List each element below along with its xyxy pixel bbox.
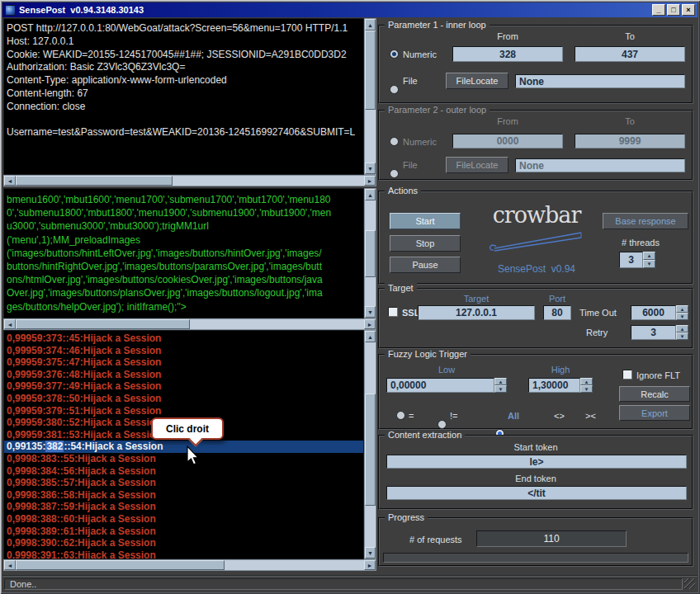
- threads-value[interactable]: 3: [619, 252, 643, 268]
- spin-down-button[interactable]: ▼: [676, 332, 688, 340]
- results-pane[interactable]: 0,99959:373::45:Hijack a Session0,99959:…: [3, 330, 364, 559]
- close-button[interactable]: ×: [682, 4, 695, 16]
- spin-down-button[interactable]: ▼: [580, 385, 593, 393]
- retry-spinner[interactable]: 3 ▲ ▼: [631, 325, 688, 340]
- request-hscrollbar[interactable]: ◄ ►: [3, 175, 376, 186]
- spin-down-button[interactable]: ▼: [494, 385, 507, 393]
- param2-filelocate-button[interactable]: FileLocate: [446, 157, 508, 173]
- scroll-left-button[interactable]: ◄: [4, 319, 16, 329]
- result-row[interactable]: 0,99959:376::48:Hijack a Session: [4, 369, 363, 381]
- results-vscrollbar[interactable]: ▲ ▼: [364, 330, 376, 559]
- scroll-down-button[interactable]: ▼: [365, 163, 376, 174]
- results-hscrollbar[interactable]: ◄ ►: [3, 559, 376, 571]
- param2-file-input[interactable]: None: [515, 158, 685, 172]
- result-row-selected[interactable]: 0,99135:382::54:Hijack a Session: [4, 441, 363, 453]
- title-bar[interactable]: SensePost v0.94.3148.30143 _ □ ×: [2, 2, 698, 17]
- param1-file-input[interactable]: None: [515, 74, 685, 88]
- recalc-button[interactable]: Recalc: [619, 386, 690, 402]
- spin-down-button[interactable]: ▼: [643, 260, 655, 268]
- pause-button[interactable]: Pause: [390, 257, 461, 273]
- start-token-input[interactable]: le>: [386, 455, 687, 469]
- spin-up-button[interactable]: ▲: [494, 378, 507, 385]
- result-row[interactable]: 0,99959:374::46:Hijack a Session: [4, 345, 363, 357]
- scroll-track[interactable]: [365, 200, 376, 306]
- resize-grip-icon[interactable]: [684, 578, 695, 589]
- high-value[interactable]: 1,30000: [528, 378, 580, 393]
- scroll-track[interactable]: [16, 319, 364, 329]
- stop-button[interactable]: Stop: [390, 235, 461, 252]
- param1-filelocate-button[interactable]: FileLocate: [446, 73, 508, 89]
- scroll-thumb[interactable]: [365, 394, 376, 506]
- op-notequal-radio[interactable]: [438, 420, 447, 429]
- threads-spinner[interactable]: 3 ▲ ▼: [619, 252, 655, 268]
- scroll-thumb[interactable]: [16, 319, 190, 329]
- scroll-up-button[interactable]: ▲: [365, 331, 376, 342]
- end-token-input[interactable]: </tit: [386, 486, 687, 500]
- scroll-track[interactable]: [365, 31, 376, 163]
- request-vscrollbar[interactable]: ▲ ▼: [364, 18, 376, 175]
- scroll-thumb[interactable]: [16, 176, 173, 186]
- minimize-button[interactable]: _: [652, 4, 665, 16]
- result-row[interactable]: 0,9998:387::59:Hijack a Session: [4, 501, 363, 513]
- ssl-checkbox[interactable]: [388, 307, 398, 317]
- result-row[interactable]: 0,99959:377::49:Hijack a Session: [4, 380, 363, 393]
- ignore-flt-checkbox[interactable]: [622, 370, 632, 380]
- response-vscrollbar[interactable]: ▲ ▼: [364, 188, 376, 318]
- maximize-button[interactable]: □: [667, 4, 680, 16]
- timeout-value[interactable]: 6000: [631, 305, 676, 320]
- result-row[interactable]: 0,99959:378::50:Hijack a Session: [4, 393, 363, 405]
- param2-from-input[interactable]: 0000: [452, 134, 563, 148]
- result-row[interactable]: 0,9998:390::62:Hijack a Session: [4, 537, 363, 549]
- param1-to-input[interactable]: 437: [575, 46, 685, 62]
- retry-value[interactable]: 3: [631, 325, 676, 340]
- scroll-left-button[interactable]: ◄: [4, 176, 16, 186]
- param1-numeric-radio[interactable]: [390, 50, 399, 59]
- scroll-thumb[interactable]: [365, 31, 376, 110]
- high-spinner[interactable]: 1,30000 ▲ ▼: [528, 378, 593, 393]
- spin-up-button[interactable]: ▲: [676, 325, 688, 332]
- response-hscrollbar[interactable]: ◄ ►: [3, 318, 376, 330]
- result-row[interactable]: 0,9998:383::55:Hijack a Session: [4, 453, 363, 465]
- scroll-track[interactable]: [16, 176, 364, 186]
- result-row[interactable]: 0,99959:375::47:Hijack a Session: [4, 356, 363, 369]
- scroll-up-button[interactable]: ▲: [365, 189, 376, 200]
- spin-up-button[interactable]: ▲: [676, 305, 688, 313]
- result-row[interactable]: 0,9998:391::63:Hijack a Session: [4, 549, 363, 559]
- param1-file-radio[interactable]: [390, 85, 399, 94]
- result-row[interactable]: 0,99959:379::51:Hijack a Session: [4, 405, 363, 417]
- spin-down-button[interactable]: ▼: [676, 313, 688, 320]
- target-input[interactable]: 127.0.0.1: [418, 305, 535, 320]
- scroll-left-button[interactable]: ◄: [4, 560, 16, 570]
- result-row[interactable]: 0,9998:385::57:Hijack a Session: [4, 477, 363, 489]
- port-input[interactable]: 80: [543, 305, 571, 320]
- low-value[interactable]: 0,00000: [386, 378, 494, 393]
- scroll-track[interactable]: [16, 560, 364, 570]
- base-response-button[interactable]: Base response: [603, 213, 688, 229]
- op-equal-radio[interactable]: [396, 411, 405, 420]
- scroll-thumb[interactable]: [365, 230, 376, 278]
- scroll-up-button[interactable]: ▲: [365, 19, 376, 31]
- timeout-spinner[interactable]: 6000 ▲ ▼: [631, 305, 688, 320]
- spin-up-button[interactable]: ▲: [580, 378, 593, 385]
- result-row[interactable]: 0,99959:373::45:Hijack a Session: [4, 332, 363, 345]
- result-row[interactable]: 0,9998:384::56:Hijack a Session: [4, 465, 363, 478]
- response-pane[interactable]: bmenu1600','mbut1600','menu1700','submen…: [3, 188, 364, 318]
- param2-file-radio[interactable]: [390, 169, 399, 178]
- scroll-track[interactable]: [365, 342, 376, 547]
- export-button[interactable]: Export: [619, 405, 690, 421]
- scroll-thumb[interactable]: [16, 560, 225, 570]
- result-row[interactable]: 0,9998:388::60:Hijack a Session: [4, 513, 363, 526]
- spin-up-button[interactable]: ▲: [643, 252, 655, 260]
- result-row[interactable]: 0,9998:386::58:Hijack a Session: [4, 489, 363, 502]
- scroll-right-button[interactable]: ►: [364, 319, 376, 329]
- low-spinner[interactable]: 0,00000 ▲ ▼: [386, 378, 507, 393]
- scroll-down-button[interactable]: ▼: [365, 547, 376, 559]
- param2-numeric-radio[interactable]: [390, 137, 399, 146]
- scroll-right-button[interactable]: ►: [364, 560, 376, 570]
- param1-from-input[interactable]: 328: [452, 46, 563, 62]
- param2-to-input[interactable]: 9999: [575, 134, 685, 148]
- scroll-down-button[interactable]: ▼: [365, 306, 376, 318]
- request-pane[interactable]: POST http://127.0.0.1:80/WebGoat/attack?…: [3, 18, 364, 175]
- start-button[interactable]: Start: [390, 213, 461, 229]
- result-row[interactable]: 0,9998:389::61:Hijack a Session: [4, 526, 363, 538]
